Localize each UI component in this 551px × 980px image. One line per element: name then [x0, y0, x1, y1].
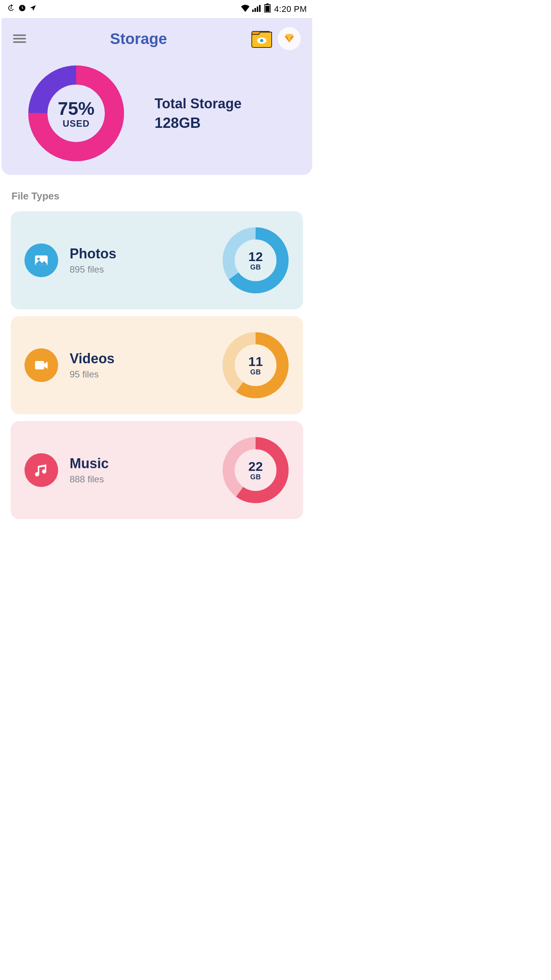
- file-type-name: Photos: [70, 246, 116, 262]
- header-card: Storage: [2, 18, 312, 175]
- signal-icon: [252, 4, 262, 14]
- battery-icon: [264, 3, 271, 15]
- videos-icon: [24, 348, 58, 382]
- svg-rect-2: [252, 10, 254, 12]
- premium-button[interactable]: [278, 27, 301, 50]
- storage-used-donut: 75% USED: [28, 65, 124, 161]
- wifi-icon: [241, 4, 250, 14]
- svg-point-11: [260, 39, 263, 42]
- file-type-donut-music: 22GB: [222, 436, 289, 504]
- file-type-subtitle: 888 files: [70, 474, 109, 485]
- svg-point-15: [37, 258, 40, 260]
- location-icon: [29, 4, 37, 14]
- clock-icon: [18, 4, 26, 14]
- recent-folder-button[interactable]: [251, 29, 272, 48]
- file-type-name: Videos: [70, 351, 114, 367]
- file-type-size-value: 22: [248, 459, 263, 474]
- total-storage-label: Total Storage: [155, 96, 241, 112]
- file-type-size-unit: GB: [250, 473, 261, 481]
- svg-rect-3: [254, 8, 256, 12]
- file-type-donut-videos: 11GB: [222, 332, 289, 399]
- menu-icon[interactable]: [13, 34, 26, 43]
- svg-rect-8: [266, 6, 269, 12]
- svg-rect-4: [257, 7, 258, 12]
- file-type-subtitle: 95 files: [70, 369, 114, 380]
- file-type-size-value: 11: [248, 354, 263, 369]
- svg-rect-18: [35, 361, 44, 369]
- file-type-size-unit: GB: [250, 368, 261, 376]
- photos-icon: [24, 243, 58, 277]
- file-type-card-photos[interactable]: Photos895 files12GB: [11, 211, 303, 309]
- sync-icon: [7, 4, 15, 15]
- file-type-size-value: 12: [248, 249, 263, 264]
- file-types-list: Photos895 files12GBVideos95 files11GBMus…: [0, 211, 314, 519]
- storage-used-label: USED: [63, 118, 90, 129]
- music-icon: [24, 453, 58, 487]
- file-types-heading: File Types: [11, 190, 314, 202]
- file-type-name: Music: [70, 456, 109, 472]
- status-bar: 4:20 PM: [0, 0, 314, 18]
- storage-used-percent: 75%: [58, 98, 95, 119]
- file-type-card-videos[interactable]: Videos95 files11GB: [11, 316, 303, 414]
- file-type-donut-photos: 12GB: [222, 227, 289, 294]
- total-storage-value: 128GB: [155, 115, 241, 131]
- status-time: 4:20 PM: [274, 4, 307, 14]
- file-type-card-music[interactable]: Music888 files22GB: [11, 421, 303, 519]
- svg-rect-5: [259, 5, 261, 12]
- file-type-subtitle: 895 files: [70, 264, 116, 275]
- file-type-size-unit: GB: [250, 263, 261, 271]
- svg-point-0: [10, 7, 12, 9]
- page-title: Storage: [110, 30, 167, 47]
